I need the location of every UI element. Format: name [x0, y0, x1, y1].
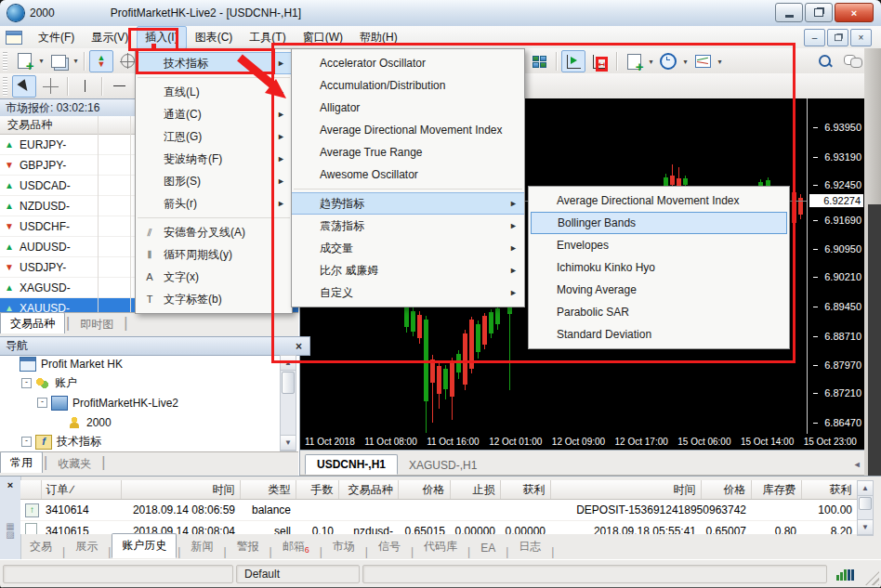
trend-menu-item[interactable]: Ichimoku Kinko Hyo: [529, 256, 789, 279]
indicators-menu-item[interactable]: 成交量►: [292, 237, 524, 259]
insert-menu-item[interactable]: 斐波纳奇(F)►: [136, 148, 292, 170]
templates-button[interactable]: [690, 50, 715, 72]
new-order-button[interactable]: [622, 50, 646, 72]
indicators-menu-item[interactable]: Awesome Oscillator: [292, 163, 524, 186]
tree-expander-icon[interactable]: -: [21, 378, 32, 388]
menubar-item-0[interactable]: 文件(F): [30, 26, 83, 49]
indicators-menu-item[interactable]: Average True Range: [292, 141, 524, 163]
indicators-menu-item[interactable]: 自定义►: [292, 281, 524, 304]
profiles-dropdown[interactable]: ▾: [72, 51, 80, 72]
scroll-down-icon[interactable]: ▼: [858, 519, 873, 535]
status-profile[interactable]: Default: [236, 565, 360, 583]
scroll-up-icon[interactable]: ▲: [281, 356, 296, 371]
tree-item[interactable]: -ProfitMarketHK-Live2: [0, 393, 279, 412]
chart-tab-0[interactable]: USDCNH-,H1: [305, 454, 398, 475]
column-header[interactable]: 类型: [240, 480, 296, 500]
tree-item[interactable]: Profit Market HK: [0, 354, 279, 373]
menubar-item-insert[interactable]: 插入(I): [137, 26, 186, 49]
tree-expander-icon[interactable]: -: [21, 437, 32, 447]
terminal-tab-6[interactable]: 市场: [323, 535, 364, 558]
account-history-table[interactable]: 订单 ∕时间类型手数交易品种价格止损获利时间价格库存费获利↑3410614201…: [20, 480, 857, 534]
insert-menu-item[interactable]: T文字标签(b): [136, 288, 292, 310]
terminal-tab-1[interactable]: 展示: [66, 535, 107, 558]
terminal-tab-2[interactable]: 账户历史: [112, 533, 177, 558]
insert-menu-item[interactable]: 图形(S)►: [136, 170, 292, 192]
insert-menu-item[interactable]: 通道(C)►: [136, 103, 292, 125]
mdi-close-button[interactable]: ×: [850, 29, 872, 46]
navigator-tab-0[interactable]: 常用: [0, 451, 43, 473]
terminal-scrollbar[interactable]: ▲ ▼: [857, 480, 874, 536]
price-scale[interactable]: 6.939506.931906.924506.916906.909506.902…: [807, 98, 865, 435]
history-row[interactable]: ↑34106142018.09.14 08:06:59balanceDEPOSI…: [20, 500, 857, 521]
tree-item[interactable]: 2000: [0, 412, 279, 432]
templates-dropdown[interactable]: ▾: [716, 51, 724, 72]
menubar-item-1[interactable]: 显示(V): [83, 26, 137, 49]
trend-menu-item[interactable]: Average Directional Movement Index: [529, 189, 789, 212]
crosshair-button[interactable]: [38, 75, 62, 98]
new-order-dropdown[interactable]: ▾: [647, 51, 655, 72]
menubar-item-3[interactable]: 图表(C): [187, 26, 242, 49]
tree-item[interactable]: -账户: [0, 373, 279, 393]
chart-tab-1[interactable]: XAGUSD-,H1: [398, 456, 488, 475]
terminal-tab-3[interactable]: 新闻: [181, 535, 222, 558]
indicators-menu-item[interactable]: Average Directional Movement Index: [292, 119, 524, 141]
terminal-tab-0[interactable]: 交易: [20, 535, 61, 558]
tile-windows-button[interactable]: [527, 50, 551, 72]
time-axis[interactable]: 11 Oct 201811 Oct 08:0011 Oct 16:0012 Oc…: [299, 434, 864, 451]
navigator-scrollbar[interactable]: ▲ ▼: [280, 355, 296, 451]
column-header[interactable]: 库存费: [751, 480, 801, 500]
terminal-tab-8[interactable]: 代码库: [414, 535, 467, 558]
new-chart-dropdown[interactable]: ▾: [37, 51, 46, 72]
insert-menu-item[interactable]: 江恩(G)►: [136, 125, 292, 148]
trend-menu-item[interactable]: Standard Deviation: [529, 323, 789, 346]
trend-menu-item[interactable]: Envelopes: [529, 234, 789, 256]
insert-menu-item[interactable]: 箭头(r)►: [136, 192, 292, 215]
market-watch-tab-1[interactable]: 即时图: [71, 315, 123, 333]
terminal-close-icon[interactable]: ×: [0, 479, 20, 490]
column-header[interactable]: 价格: [701, 480, 751, 500]
insert-menu-item[interactable]: ⦀循环周期线(y): [136, 243, 292, 266]
column-header[interactable]: 止损: [450, 480, 500, 500]
minimize-button[interactable]: [775, 3, 803, 22]
column-header[interactable]: 获利: [801, 480, 857, 500]
mdi-restore-button[interactable]: [827, 29, 848, 46]
trend-menu-item[interactable]: Bollinger Bands: [531, 212, 787, 234]
navigator-tab-1[interactable]: 收藏夹: [48, 454, 100, 473]
terminal-tab-7[interactable]: 信号: [369, 535, 410, 558]
terminal-tab-5[interactable]: 邮箱6: [273, 535, 319, 558]
resize-grip[interactable]: [865, 571, 879, 585]
toolbar-grip[interactable]: [3, 77, 7, 96]
cursor-button[interactable]: [12, 75, 36, 98]
chat-button[interactable]: [839, 50, 867, 72]
menubar-item-4[interactable]: 工具(T): [241, 26, 294, 49]
terminal-tab-9[interactable]: EA: [471, 538, 505, 558]
mdi-minimize-button[interactable]: –: [804, 29, 825, 46]
terminal-tab-4[interactable]: 警报: [228, 535, 269, 558]
column-header[interactable]: 价格: [398, 480, 450, 500]
tree-item[interactable]: -f技术指标: [0, 432, 279, 450]
insert-menu-item[interactable]: A文字(x): [136, 266, 292, 288]
indicators-menu-item[interactable]: Alligator: [292, 97, 524, 119]
indicators-menu-item[interactable]: Accumulation/Distribution: [292, 74, 524, 97]
column-header[interactable]: 时间: [121, 480, 240, 500]
market-watch-tab-0[interactable]: 交易品种: [0, 312, 65, 333]
restore-button[interactable]: [805, 3, 833, 22]
scrollbar-thumb[interactable]: [859, 497, 872, 510]
indicators-menu-item[interactable]: Accelerator Oscillator: [292, 52, 524, 74]
column-header[interactable]: 订单 ∕: [41, 480, 121, 500]
tree-expander-icon[interactable]: -: [37, 398, 47, 408]
trend-menu-item[interactable]: Moving Average: [529, 279, 789, 301]
navigator-close-icon[interactable]: ×: [294, 340, 304, 353]
indicators-menu-item[interactable]: 震荡指标►: [292, 215, 524, 237]
terminal-tab-10[interactable]: 日志: [509, 535, 550, 558]
trend-menu-item[interactable]: Parabolic SAR: [529, 301, 789, 323]
indicators-menu-item[interactable]: 比尔 威廉姆►: [292, 259, 524, 281]
terminal-drag-icon[interactable]: ▦▨: [0, 522, 20, 539]
insert-menu-item[interactable]: 直线(L)►: [136, 81, 292, 103]
close-button[interactable]: ×: [835, 3, 874, 22]
toolbar-grip[interactable]: [3, 52, 7, 71]
profiles-button[interactable]: [46, 50, 71, 72]
column-header[interactable]: 时间: [550, 480, 701, 500]
column-header[interactable]: [20, 480, 41, 500]
history-row[interactable]: 34106152018.09.14 08:08:04sell0.10nzdusd…: [20, 521, 857, 535]
